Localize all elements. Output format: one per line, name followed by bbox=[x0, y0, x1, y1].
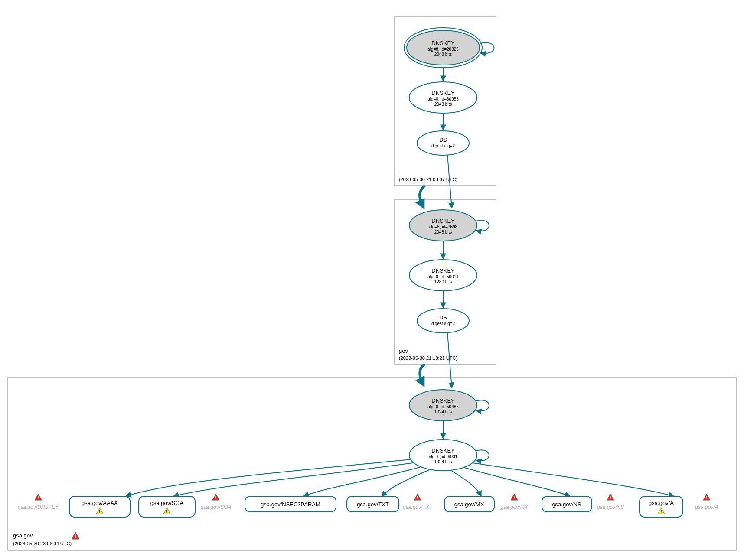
node-root-zsk[interactable]: DNSKEY alg=8, id=60955 2048 bits bbox=[409, 82, 477, 113]
rr-ghost-a: ! gsa.gov/A bbox=[695, 494, 718, 510]
svg-text:gsa.gov/DNSKEY: gsa.gov/DNSKEY bbox=[18, 504, 59, 510]
rr-txt[interactable]: gsa.gov/TXT bbox=[347, 496, 399, 512]
dnssec-chain-diagram: . (2023-05-30 21:03:07 UTC) DNSKEY alg=8… bbox=[0, 0, 744, 560]
svg-text:2048 bits: 2048 bits bbox=[434, 230, 452, 234]
svg-text:gsa.gov/TXT: gsa.gov/TXT bbox=[357, 501, 389, 508]
svg-text:digest alg=2: digest alg=2 bbox=[431, 321, 455, 326]
svg-text:gsa.gov/A: gsa.gov/A bbox=[649, 500, 674, 506]
svg-text:alg=8, id=20326: alg=8, id=20326 bbox=[427, 47, 459, 52]
rr-aaaa[interactable]: gsa.gov/AAAA ! bbox=[69, 496, 130, 517]
edge-zsk-a bbox=[473, 463, 674, 496]
rr-ns[interactable]: gsa.gov/NS bbox=[542, 496, 592, 512]
svg-text:!: ! bbox=[660, 509, 662, 514]
svg-text:alg=8, id=9031: alg=8, id=9031 bbox=[429, 454, 458, 459]
node-gov-ksk[interactable]: DNSKEY alg=8, id=7698 2048 bits bbox=[409, 210, 477, 241]
edge-zsk-txt bbox=[382, 470, 429, 496]
edge-zsk-aaaa bbox=[126, 459, 411, 496]
svg-text:!: ! bbox=[166, 509, 167, 514]
svg-text:gsa.gov/SOA: gsa.gov/SOA bbox=[201, 504, 232, 510]
svg-text:DNSKEY: DNSKEY bbox=[431, 40, 455, 46]
edge-zsk-nsec3 bbox=[303, 467, 420, 496]
node-root-ksk[interactable]: DNSKEY alg=8, id=20326 2048 bits bbox=[404, 28, 482, 68]
rr-ghost-soa: ! gsa.gov/SOA bbox=[201, 494, 232, 510]
rr-ghost-mx: ! gsa.gov/MX bbox=[500, 494, 528, 510]
node-gsa-ksk[interactable]: DNSKEY alg=8, id=50486 1024 bits bbox=[409, 390, 477, 421]
svg-text:!: ! bbox=[417, 495, 418, 500]
svg-text:1024 bits: 1024 bits bbox=[434, 410, 452, 414]
zone-ts-root: (2023-05-30 21:03:07 UTC) bbox=[399, 177, 457, 182]
svg-text:gsa.gov/NS: gsa.gov/NS bbox=[552, 501, 581, 508]
svg-text:alg=8, id=50011: alg=8, id=50011 bbox=[427, 274, 459, 279]
node-gov-ds[interactable]: DS digest alg=2 bbox=[417, 309, 469, 333]
svg-text:gsa.gov/NS: gsa.gov/NS bbox=[597, 504, 624, 510]
zone-label-gov: gov bbox=[399, 348, 408, 354]
node-root-ds[interactable]: DS digest alg=2 bbox=[417, 131, 469, 155]
rr-ghost-dnskey: ! gsa.gov/DNSKEY bbox=[18, 494, 59, 510]
svg-text:gsa.gov/TXT: gsa.gov/TXT bbox=[403, 504, 433, 510]
svg-text:DNSKEY: DNSKEY bbox=[431, 218, 455, 224]
svg-text:DNSKEY: DNSKEY bbox=[431, 267, 455, 274]
svg-text:gsa.gov/MX: gsa.gov/MX bbox=[454, 501, 484, 508]
svg-text:gsa.gov/SOA: gsa.gov/SOA bbox=[150, 500, 184, 506]
svg-text:!: ! bbox=[706, 495, 707, 500]
zone-label-gsa: gsa.gov bbox=[13, 532, 33, 539]
edge-zsk-mx bbox=[450, 470, 481, 496]
svg-text:gsa.gov/A: gsa.gov/A bbox=[695, 504, 718, 510]
svg-text:DS: DS bbox=[439, 137, 447, 143]
svg-text:gsa.gov/MX: gsa.gov/MX bbox=[500, 504, 528, 510]
svg-text:gsa.gov/AAAA: gsa.gov/AAAA bbox=[82, 500, 118, 506]
edge-zsk-ns bbox=[463, 467, 570, 496]
rr-soa[interactable]: gsa.gov/SOA ! bbox=[139, 496, 195, 517]
node-gsa-zsk[interactable]: DNSKEY alg=8, id=9031 1024 bits bbox=[409, 440, 477, 471]
zone-warn-icon: ! bbox=[72, 532, 79, 539]
svg-text:DNSKEY: DNSKEY bbox=[431, 90, 455, 96]
rr-nsec3param[interactable]: gsa.gov/NSEC3PARAM bbox=[245, 496, 336, 512]
zone-label-root: . bbox=[399, 168, 401, 175]
node-gov-zsk[interactable]: DNSKEY alg=8, id=50011 1280 bits bbox=[409, 260, 477, 291]
zone-ts-gsa: (2023-05-30 23:06:04 UTC) bbox=[13, 541, 72, 546]
edge-gov-ksk-self bbox=[476, 220, 489, 231]
svg-text:!: ! bbox=[99, 509, 100, 514]
edge-gsa-zsk-self bbox=[476, 450, 489, 461]
rr-a[interactable]: gsa.gov/A ! bbox=[640, 496, 683, 517]
svg-text:alg=8, id=60955: alg=8, id=60955 bbox=[427, 97, 459, 101]
svg-text:1024 bits: 1024 bits bbox=[434, 459, 452, 464]
svg-text:!: ! bbox=[215, 495, 216, 500]
svg-text:DNSKEY: DNSKEY bbox=[431, 447, 455, 454]
svg-text:!: ! bbox=[610, 495, 611, 500]
svg-text:1280 bits: 1280 bits bbox=[434, 280, 452, 284]
rr-ghost-ns: ! gsa.gov/NS bbox=[597, 494, 624, 510]
zone-box-gsa bbox=[8, 377, 736, 550]
svg-point-9 bbox=[417, 131, 469, 155]
svg-text:DS: DS bbox=[439, 314, 447, 321]
svg-text:alg=8, id=7698: alg=8, id=7698 bbox=[429, 225, 458, 229]
svg-text:2048 bits: 2048 bits bbox=[434, 102, 452, 107]
svg-point-20 bbox=[417, 309, 469, 333]
svg-text:!: ! bbox=[37, 495, 39, 500]
edge-zsk-soa bbox=[173, 463, 413, 496]
svg-text:digest alg=2: digest alg=2 bbox=[431, 143, 455, 148]
edge-root-to-gov bbox=[420, 186, 425, 206]
svg-text:2048 bits: 2048 bits bbox=[434, 52, 452, 57]
rr-mx[interactable]: gsa.gov/MX bbox=[444, 496, 494, 512]
svg-text:alg=8, id=50486: alg=8, id=50486 bbox=[427, 404, 459, 409]
svg-text:!: ! bbox=[513, 495, 515, 500]
rr-ghost-txt: ! gsa.gov/TXT bbox=[403, 494, 433, 510]
zone-ts-gov: (2023-05-30 21:18:21 UTC) bbox=[399, 355, 457, 361]
edge-gov-to-gsa bbox=[420, 364, 425, 384]
svg-text:gsa.gov/NSEC3PARAM: gsa.gov/NSEC3PARAM bbox=[261, 501, 320, 508]
svg-text:!: ! bbox=[75, 534, 76, 539]
edge-gsa-ksk-self bbox=[476, 400, 489, 411]
svg-text:DNSKEY: DNSKEY bbox=[431, 397, 455, 404]
